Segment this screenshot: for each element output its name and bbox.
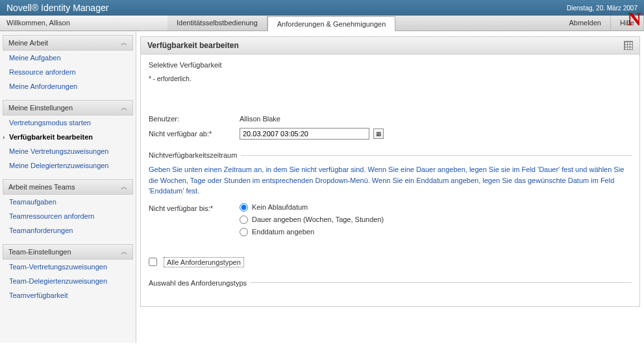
unavailable-until-label: Nicht verfügbar bis:* bbox=[149, 203, 240, 212]
app-title: Novell® Identity Manager bbox=[6, 3, 108, 13]
sidebar-item-proxy-mode[interactable]: Vertretungsmodus starten bbox=[0, 116, 136, 130]
sidebar-section-team-work: Arbeit meines Teams ︽ Teamaufgaben Teamr… bbox=[0, 179, 136, 238]
sidebar-item-edit-availability[interactable]: Verfügbarkeit bearbeiten bbox=[0, 130, 136, 144]
sidebar: Meine Arbeit ︽ Meine Aufgaben Ressource … bbox=[0, 31, 136, 343]
tab-requests[interactable]: Anforderungen & Genehmigungen bbox=[267, 16, 396, 31]
user-label: Benutzer: bbox=[149, 115, 240, 123]
panel-title: Verfügbarkeit bearbeiten bbox=[147, 41, 239, 50]
radio-no-expiry[interactable] bbox=[240, 203, 248, 212]
panel-subtitle: Selektive Verfügbarkeit bbox=[149, 61, 632, 69]
chevron-up-icon: ︽ bbox=[121, 247, 127, 256]
radio-end-date-label: Enddatum angeben bbox=[252, 228, 314, 236]
sidebar-item-team-availability[interactable]: Teamverfügbarkeit bbox=[0, 288, 136, 302]
radio-row-no-expiry: Kein Ablaufdatum bbox=[240, 203, 632, 212]
sidebar-header-team-settings[interactable]: Team-Einstellungen ︽ bbox=[3, 244, 133, 260]
required-note: * - erforderlich. bbox=[149, 75, 632, 82]
unavailable-from-input[interactable] bbox=[240, 128, 369, 140]
sidebar-item-proxy-assignments[interactable]: Meine Vertretungszuweisungen bbox=[0, 144, 136, 158]
panel-header: Verfügbarkeit bearbeiten bbox=[141, 37, 639, 55]
sidebar-item-team-tasks[interactable]: Teamaufgaben bbox=[0, 195, 136, 209]
sidebar-item-team-requests[interactable]: Teamanforderungen bbox=[0, 223, 136, 238]
chevron-up-icon: ︽ bbox=[121, 182, 127, 191]
radio-duration[interactable] bbox=[240, 215, 248, 224]
novell-logo-icon: N bbox=[627, 8, 641, 30]
sidebar-header-label: Meine Einstellungen bbox=[8, 104, 73, 112]
sidebar-item-team-resources[interactable]: Teamressourcen anfordern bbox=[0, 209, 136, 223]
grid-icon[interactable] bbox=[624, 41, 633, 50]
sidebar-section-work: Meine Arbeit ︽ Meine Aufgaben Ressource … bbox=[0, 35, 136, 93]
sidebar-item-request-resource[interactable]: Ressource anfordern bbox=[0, 65, 136, 79]
sidebar-header-settings[interactable]: Meine Einstellungen ︽ bbox=[3, 100, 133, 116]
sidebar-item-tasks[interactable]: Meine Aufgaben bbox=[0, 51, 136, 65]
sidebar-section-team-settings: Team-Einstellungen ︽ Team-Vertretungszuw… bbox=[0, 244, 136, 302]
all-types-label[interactable]: Alle Anforderungstypen bbox=[164, 257, 244, 267]
sidebar-header-label: Arbeit meines Teams bbox=[8, 183, 75, 191]
all-types-row: Alle Anforderungstypen bbox=[149, 257, 632, 267]
radio-row-end-date: Enddatum angeben bbox=[240, 228, 632, 236]
user-value: Allison Blake bbox=[240, 115, 280, 123]
subheader-bar: Willkommen, Allison Identitätsselbstbedi… bbox=[0, 16, 644, 31]
sidebar-header-team-work[interactable]: Arbeit meines Teams ︽ bbox=[3, 179, 133, 195]
nav-tabs: Identitätsselbstbedienung Anforderungen … bbox=[167, 16, 644, 31]
tab-logout[interactable]: Abmelden bbox=[560, 16, 611, 31]
radio-duration-label: Dauer angeben (Wochen, Tage, Stunden) bbox=[252, 215, 384, 223]
sidebar-header-label: Meine Arbeit bbox=[8, 39, 48, 47]
sidebar-item-my-requests[interactable]: Meine Anforderungen bbox=[0, 79, 136, 93]
chevron-up-icon: ︽ bbox=[121, 38, 127, 47]
sidebar-header-label: Team-Einstellungen bbox=[8, 248, 71, 256]
sidebar-item-delegate-assignments[interactable]: Meine Delegiertenzuweisungen bbox=[0, 158, 136, 173]
all-types-checkbox[interactable] bbox=[149, 258, 157, 266]
sidebar-item-team-proxy[interactable]: Team-Vertretungszuweisungen bbox=[0, 260, 136, 274]
radio-end-date[interactable] bbox=[240, 228, 248, 236]
calendar-icon[interactable]: ▦ bbox=[373, 129, 384, 139]
welcome-text: Willkommen, Allison bbox=[0, 16, 167, 31]
radio-no-expiry-label: Kein Ablaufdatum bbox=[252, 203, 308, 211]
sidebar-section-settings: Meine Einstellungen ︽ Vertretungsmodus s… bbox=[0, 100, 136, 173]
unavailable-from-row: Nicht verfügbar ab:* ▦ bbox=[149, 128, 632, 140]
selection-legend: Auswahl des Anforderungstyps bbox=[149, 279, 251, 287]
radio-row-duration: Dauer angeben (Wochen, Tage, Stunden) bbox=[240, 215, 632, 224]
sidebar-item-team-delegate[interactable]: Team-Delegiertenzuweisungen bbox=[0, 274, 136, 288]
app-header: Novell® Identity Manager Dienstag, 20. M… bbox=[0, 0, 644, 16]
availability-panel: Verfügbarkeit bearbeiten Selektive Verfü… bbox=[140, 36, 640, 307]
sidebar-header-work[interactable]: Meine Arbeit ︽ bbox=[3, 35, 133, 51]
chevron-up-icon: ︽ bbox=[121, 103, 127, 112]
duration-legend: Nichtverfügbarkeitszeitraum bbox=[149, 151, 241, 159]
main-content: Verfügbarkeit bearbeiten Selektive Verfü… bbox=[136, 31, 644, 343]
tab-identity[interactable]: Identitätsselbstbedienung bbox=[167, 16, 267, 31]
unavailable-from-label: Nicht verfügbar ab:* bbox=[149, 130, 240, 138]
duration-description: Geben Sie unten einen Zeitraum an, in de… bbox=[149, 164, 632, 197]
user-row: Benutzer: Allison Blake bbox=[149, 115, 632, 123]
selection-fieldset: Auswahl des Anforderungstyps bbox=[149, 279, 632, 300]
duration-fieldset: Nichtverfügbarkeitszeitraum Geben Sie un… bbox=[149, 151, 632, 248]
